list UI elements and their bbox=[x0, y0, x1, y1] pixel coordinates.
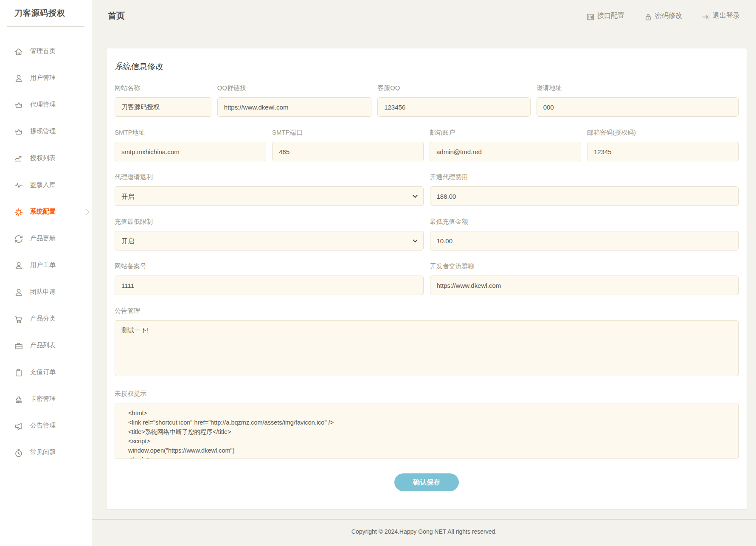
form-row-announcement: 公告管理 测试一下! bbox=[115, 307, 739, 378]
user-icon bbox=[14, 261, 22, 270]
agent-rebate-select[interactable]: 开启 bbox=[115, 186, 424, 206]
field-qq-group: QQ群链接 bbox=[217, 84, 372, 117]
icp-number-label: 网站备案号 bbox=[115, 262, 424, 270]
sidebar-item-label: 代理管理 bbox=[30, 101, 56, 109]
footer: Copyright © 2024.Happy Gong NET All righ… bbox=[92, 519, 756, 546]
site-name-label: 网站名称 bbox=[115, 84, 211, 92]
form-row-4: 充值最低限制 开启 最低充值金额 bbox=[115, 218, 739, 250]
home-icon bbox=[14, 47, 22, 56]
qq-group-input[interactable] bbox=[217, 97, 372, 117]
announcement-textarea[interactable]: 测试一下! bbox=[115, 320, 739, 376]
dev-group-label: 开发者交流群聊 bbox=[430, 262, 739, 270]
sidebar-item-label: 用户管理 bbox=[30, 74, 56, 82]
sidebar-item-product-list[interactable]: 产品列表 bbox=[0, 332, 92, 359]
sidebar-item-withdraw-management[interactable]: 提现管理 bbox=[0, 118, 92, 145]
sidebar-item-system-config[interactable]: 系统配置 bbox=[0, 198, 92, 225]
app-window: 刀客源码授权 管理首页 用户管理 代理管理 提现管理 授权列表 bbox=[0, 0, 756, 546]
field-dev-group: 开发者交流群聊 bbox=[430, 262, 739, 295]
smtp-port-label: SMTP端口 bbox=[272, 129, 424, 137]
sidebar-item-label: 卡密管理 bbox=[30, 395, 56, 403]
sidebar-item-announcement-management[interactable]: 公告管理 bbox=[0, 412, 92, 439]
sidebar-item-team-application[interactable]: 团队申请 bbox=[0, 279, 92, 305]
sidebar-item-label: 充值订单 bbox=[30, 368, 56, 376]
briefcase-icon bbox=[14, 341, 22, 350]
invite-address-input[interactable] bbox=[537, 97, 739, 117]
unauthorized-textarea[interactable]: <html> <link rel="shortcut icon" href="h… bbox=[115, 403, 739, 459]
mail-password-label: 邮箱密码(授权码) bbox=[587, 129, 739, 137]
sidebar-item-admin-home[interactable]: 管理首页 bbox=[0, 38, 92, 65]
lock-icon bbox=[643, 12, 652, 20]
service-qq-input[interactable] bbox=[377, 97, 530, 117]
app-logo: 刀客源码授权 bbox=[0, 0, 92, 26]
site-name-input[interactable] bbox=[115, 97, 211, 117]
sidebar-item-user-management[interactable]: 用户管理 bbox=[0, 65, 92, 91]
sidebar-item-label: 常见问题 bbox=[30, 448, 56, 456]
sidebar-item-card-key-management[interactable]: 卡密管理 bbox=[0, 386, 92, 412]
dev-group-input[interactable] bbox=[430, 276, 739, 295]
logout-label: 退出登录 bbox=[713, 11, 740, 20]
min-recharge-input[interactable] bbox=[430, 231, 739, 250]
sidebar-menu: 管理首页 用户管理 代理管理 提现管理 授权列表 盗版入库 bbox=[0, 27, 92, 466]
field-recharge-limit: 充值最低限制 开启 bbox=[115, 218, 424, 250]
announcement-label: 公告管理 bbox=[115, 307, 739, 315]
field-mail-password: 邮箱密码(授权码) bbox=[587, 129, 739, 161]
field-min-recharge: 最低充值金额 bbox=[430, 218, 739, 250]
sidebar-item-agent-management[interactable]: 代理管理 bbox=[0, 91, 92, 118]
main-area: 首页 接口配置 密码修改 退出登录 系统信息修改 bbox=[92, 0, 756, 546]
crown-icon bbox=[14, 100, 22, 109]
smtp-port-input[interactable] bbox=[272, 142, 424, 161]
gear-icon bbox=[14, 207, 22, 216]
agent-fee-input[interactable] bbox=[430, 186, 739, 206]
sidebar-item-label: 盗版入库 bbox=[30, 181, 56, 189]
field-invite-address: 邀请地址 bbox=[537, 84, 739, 117]
copyright-text: Copyright © 2024.Happy Gong NET All righ… bbox=[351, 528, 497, 535]
recharge-limit-select[interactable]: 开启 bbox=[115, 231, 424, 250]
active-item-notch bbox=[83, 208, 90, 215]
field-smtp-host: SMTP地址 bbox=[115, 129, 266, 161]
sidebar-item-faq[interactable]: 常见问题 bbox=[0, 439, 92, 466]
mail-password-input[interactable] bbox=[587, 142, 739, 161]
sidebar-item-piracy-storage[interactable]: 盗版入库 bbox=[0, 172, 92, 198]
cart-icon bbox=[14, 314, 22, 323]
service-qq-label: 客服QQ bbox=[377, 84, 530, 92]
form-title: 系统信息修改 bbox=[115, 61, 739, 72]
sidebar-item-label: 产品分类 bbox=[30, 315, 56, 323]
sidebar-item-recharge-orders[interactable]: 充值订单 bbox=[0, 359, 92, 386]
refresh-icon bbox=[14, 234, 22, 243]
field-mail-account: 邮箱账户 bbox=[430, 129, 581, 161]
logout-icon bbox=[701, 12, 709, 20]
mail-account-input[interactable] bbox=[430, 142, 581, 161]
sidebar-item-label: 提现管理 bbox=[30, 127, 56, 135]
form-row-1: 网站名称 QQ群链接 客服QQ 邀请地址 bbox=[115, 84, 739, 117]
icp-number-input[interactable] bbox=[115, 276, 424, 295]
qq-group-label: QQ群链接 bbox=[217, 84, 372, 92]
api-config-icon bbox=[585, 12, 594, 20]
logout-button[interactable]: 退出登录 bbox=[701, 11, 740, 20]
api-config-button[interactable]: 接口配置 bbox=[585, 11, 624, 20]
password-change-button[interactable]: 密码修改 bbox=[643, 11, 682, 20]
save-button[interactable]: 确认保存 bbox=[394, 473, 459, 491]
top-header: 首页 接口配置 密码修改 退出登录 bbox=[92, 0, 756, 32]
stopwatch-icon bbox=[14, 448, 22, 457]
form-row-3: 代理邀请返利 开启 开通代理费用 bbox=[115, 173, 739, 206]
trend-chart-icon bbox=[14, 154, 22, 163]
password-change-label: 密码修改 bbox=[655, 11, 682, 20]
pulse-icon bbox=[14, 180, 22, 189]
crown-icon bbox=[14, 127, 22, 136]
system-info-card: 系统信息修改 网站名称 QQ群链接 客服QQ bbox=[106, 48, 747, 509]
sidebar-item-product-category[interactable]: 产品分类 bbox=[0, 305, 92, 332]
form-row-2: SMTP地址 SMTP端口 邮箱账户 邮箱密码(授权码) bbox=[115, 129, 739, 161]
sidebar-item-user-tickets[interactable]: 用户工单 bbox=[0, 252, 92, 279]
field-site-name: 网站名称 bbox=[115, 84, 211, 117]
sidebar-item-label: 用户工单 bbox=[30, 261, 56, 269]
sidebar-item-product-update[interactable]: 产品更新 bbox=[0, 225, 92, 252]
api-config-label: 接口配置 bbox=[597, 11, 624, 20]
unauthorized-label: 未授权提示 bbox=[115, 390, 739, 398]
sidebar: 刀客源码授权 管理首页 用户管理 代理管理 提现管理 授权列表 bbox=[0, 0, 92, 546]
invite-address-label: 邀请地址 bbox=[537, 84, 739, 92]
sidebar-item-label: 产品更新 bbox=[30, 234, 56, 242]
sidebar-item-label: 管理首页 bbox=[30, 47, 56, 55]
sidebar-item-license-list[interactable]: 授权列表 bbox=[0, 145, 92, 172]
user-icon bbox=[14, 287, 22, 296]
smtp-host-input[interactable] bbox=[115, 142, 266, 161]
